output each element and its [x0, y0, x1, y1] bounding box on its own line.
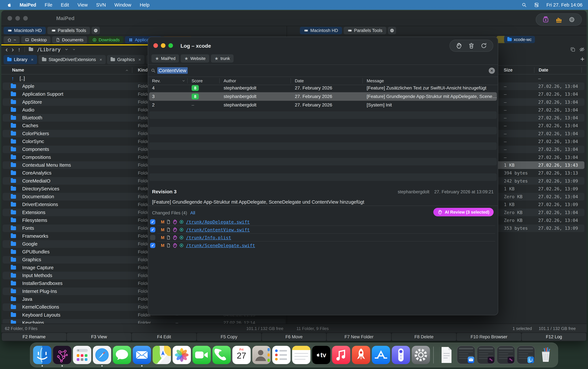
- file-checkbox[interactable]: ✓: [150, 243, 155, 248]
- dock-safari-icon[interactable]: [93, 346, 111, 364]
- up-icon[interactable]: ↑: [18, 46, 21, 53]
- dock-reminders-icon[interactable]: [272, 346, 290, 364]
- dock-settings-icon[interactable]: [412, 346, 430, 364]
- favorite-download[interactable]: Downloads: [89, 36, 123, 43]
- log-column-score[interactable]: Score: [188, 77, 220, 85]
- column-size[interactable]: Size: [504, 68, 513, 73]
- zoom-button[interactable]: [23, 16, 28, 20]
- diff-view-icon[interactable]: [179, 227, 184, 232]
- document-icon[interactable]: [166, 227, 171, 232]
- minimize-button[interactable]: [15, 16, 20, 20]
- network-volume-button[interactable]: [388, 27, 396, 34]
- tab-library[interactable]: Library×: [4, 55, 37, 64]
- search-icon[interactable]: [522, 2, 527, 8]
- chip-website[interactable]: ★Website: [181, 54, 209, 62]
- document-icon[interactable]: [166, 235, 171, 240]
- minimize-button[interactable]: [161, 43, 165, 48]
- volume-parallels-tools[interactable]: Parallels Tools: [47, 27, 90, 34]
- dock-appletv-icon[interactable]: tv: [312, 346, 330, 364]
- back-icon[interactable]: ‹: [6, 46, 8, 53]
- apple-logo-icon[interactable]: [7, 2, 12, 8]
- close-tab-icon[interactable]: ×: [100, 57, 102, 62]
- log-column-date[interactable]: Date: [291, 77, 363, 85]
- fkey-f12[interactable]: F12 Log: [522, 333, 586, 341]
- dock-win-finder-icon[interactable]: [517, 346, 535, 364]
- list-item-folder[interactable]: KeychainsFolder–27.02.26, 12:14: [1, 319, 287, 324]
- document-icon[interactable]: [166, 243, 171, 248]
- select-all-link[interactable]: All: [190, 210, 195, 215]
- fkey-f6[interactable]: F6 Move: [262, 333, 326, 341]
- dock-finder-icon[interactable]: [33, 346, 52, 364]
- fkey-f2[interactable]: F2 Rename: [2, 333, 66, 341]
- tab-stageddriverextensions[interactable]: StagedDriverExtensions×: [38, 55, 106, 64]
- log-row-rev-2[interactable]: 2–stephanbergdolt27. February 2026[Syste…: [148, 101, 498, 109]
- log-column-rev[interactable]: Rev.: [148, 77, 188, 85]
- menu-clock[interactable]: Fri 27. Feb 14:06: [546, 2, 582, 8]
- close-tab-icon[interactable]: ×: [138, 57, 141, 62]
- chip-maiped[interactable]: ★MaiPed: [151, 54, 179, 62]
- fkey-f4[interactable]: F4 Edit: [132, 333, 196, 341]
- brain-icon[interactable]: [172, 219, 177, 225]
- search-input[interactable]: ContentView: [157, 67, 188, 74]
- ai-review-button[interactable]: AI Review (3 selected): [433, 208, 494, 216]
- diff-view-icon[interactable]: [179, 235, 184, 240]
- copy-icon[interactable]: [570, 47, 576, 52]
- volume-macintosh-hd[interactable]: Macintosh HD: [4, 27, 46, 34]
- hidden-files-icon[interactable]: [579, 47, 585, 52]
- menu-help[interactable]: Help: [135, 2, 154, 8]
- favorite-desktop[interactable]: Desktop: [21, 36, 50, 43]
- log-column-author[interactable]: Author: [220, 77, 291, 85]
- dock-rocket-icon[interactable]: [352, 346, 370, 364]
- file-checkbox[interactable]: ✓: [150, 235, 155, 240]
- fkey-f7[interactable]: F7 New Folder: [327, 333, 391, 341]
- log-column-message[interactable]: Message: [363, 77, 498, 85]
- file-path-link[interactable]: /trunk/Info.plist: [186, 235, 231, 240]
- zoom-button[interactable]: [168, 43, 173, 48]
- dock-appstore-icon[interactable]: [372, 346, 390, 364]
- close-button[interactable]: [8, 16, 12, 20]
- dock-phone-icon[interactable]: [213, 346, 231, 364]
- control-center-icon[interactable]: [534, 2, 539, 8]
- dock-launchpad-icon[interactable]: [73, 346, 91, 364]
- menu-file[interactable]: File: [41, 2, 57, 8]
- dock-maiped-ai-icon[interactable]: [53, 346, 71, 364]
- refresh-icon[interactable]: [481, 42, 487, 49]
- menu-edit[interactable]: Edit: [57, 2, 73, 8]
- add-tab-button[interactable]: +: [580, 55, 585, 63]
- brain-icon[interactable]: [172, 243, 177, 248]
- network-volume-button[interactable]: [92, 27, 100, 34]
- file-path-link[interactable]: /trunk/AppDelegate.swift: [186, 219, 250, 225]
- dock-win-brain-1-icon[interactable]: [477, 346, 495, 364]
- menu-svn[interactable]: SVN: [92, 2, 110, 8]
- column-date[interactable]: Date: [539, 68, 548, 73]
- dock-facetime-icon[interactable]: [193, 346, 211, 364]
- file-path-link[interactable]: /trunk/ContentView.swift: [186, 227, 250, 232]
- menu-window[interactable]: Window: [110, 2, 135, 8]
- file-path-link[interactable]: /trunk/SceneDelegate.swift: [186, 243, 255, 248]
- fkey-f10[interactable]: F10 Repo Browser: [457, 333, 521, 341]
- gear-icon[interactable]: [568, 16, 575, 23]
- forward-icon[interactable]: ›: [12, 46, 14, 53]
- favorite-xcode-wc[interactable]: xcode-wc: [504, 36, 535, 43]
- file-checkbox[interactable]: ✓: [150, 219, 155, 225]
- dock-contacts-icon[interactable]: [252, 346, 271, 364]
- log-row-rev-3[interactable]: 38stephanbergdolt27. February 2026[Featu…: [148, 92, 498, 101]
- close-tab-icon[interactable]: ×: [31, 57, 33, 62]
- volume-parallels-tools[interactable]: Parallels Tools: [344, 27, 386, 34]
- dock-music-icon[interactable]: [332, 346, 350, 364]
- ai-sparkle-icon[interactable]: [542, 16, 549, 23]
- chip-trunk[interactable]: ★trunk: [211, 54, 234, 62]
- menu-maiped[interactable]: MaiPed: [15, 2, 41, 8]
- dock-mail-icon[interactable]: [133, 346, 151, 364]
- diff-view-icon[interactable]: [179, 220, 184, 224]
- close-button[interactable]: [153, 43, 158, 48]
- bar-chart-icon[interactable]: [555, 16, 562, 23]
- path-location[interactable]: /Library: [37, 47, 61, 52]
- dock-trash-icon[interactable]: [537, 346, 555, 364]
- dock-maps-icon[interactable]: [153, 346, 171, 364]
- dock-photos-icon[interactable]: [173, 346, 191, 364]
- brain-icon[interactable]: [172, 227, 177, 232]
- fkey-f8[interactable]: F8 Delete: [392, 333, 456, 341]
- volume-macintosh-hd[interactable]: Macintosh HD: [300, 27, 342, 34]
- column-kind[interactable]: Kind: [138, 68, 148, 73]
